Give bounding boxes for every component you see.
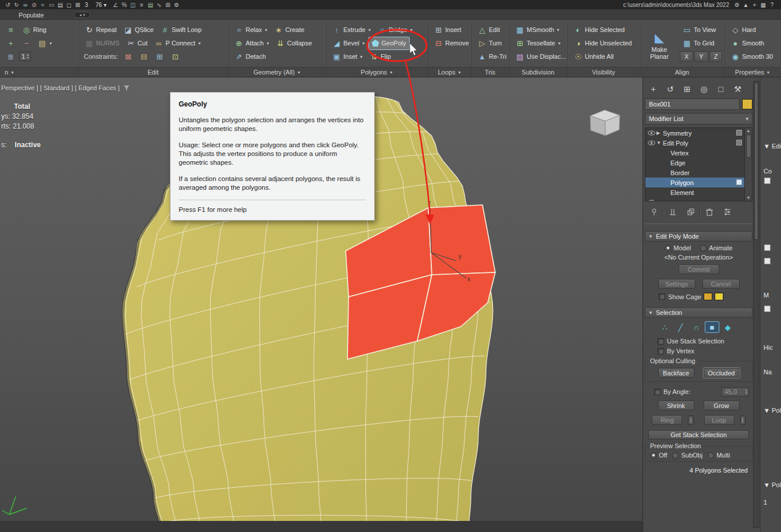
get-stack-selection-button[interactable]: Get Stack Selection (648, 430, 749, 439)
hard-edges-button[interactable]: ◇Hard (728, 24, 759, 36)
view-cube[interactable] (590, 110, 620, 136)
stack-row-edit-poly[interactable]: ▼Edit Poly (645, 138, 752, 148)
angle-spinner[interactable]: 45,0▴▾ (721, 387, 749, 396)
modifier-toggle-box[interactable] (736, 140, 742, 146)
level-value-spinner[interactable]: 1▴▾ (19, 52, 31, 61)
bind-spacewarp-icon[interactable]: ≈ (38, 1, 47, 9)
ring-button[interactable]: Ring (652, 415, 682, 425)
panel-scrollbar[interactable] (753, 81, 759, 528)
show-cage-checkbox[interactable]: Show Cage (659, 293, 701, 300)
panel-scroll-thumb[interactable] (754, 83, 758, 240)
select-link-icon[interactable]: ∞ (21, 1, 30, 9)
align-y-button[interactable]: Y (694, 51, 708, 62)
utilities-tab[interactable]: ⚒ (729, 83, 746, 95)
select-object-icon[interactable]: ▭ (47, 1, 56, 9)
align-icon[interactable]: ≡ (137, 1, 146, 9)
modifier-toggle-box[interactable] (736, 179, 742, 185)
ribbon-group-label-loops[interactable]: Loops▾ (428, 67, 471, 77)
stack-row-edge[interactable]: Edge (645, 158, 752, 168)
ribbon-group-label-geometry-all[interactable]: Geometry (All)▾ (228, 67, 325, 77)
grid-icon[interactable]: ▦ (759, 1, 768, 9)
align-to-grid-button[interactable]: ▦To Grid (680, 37, 717, 49)
tessellate-button[interactable]: ⊞Tessellate▾ (513, 37, 563, 49)
edge-subobject-button[interactable]: ╱ (673, 321, 688, 333)
by-vertex-checkbox[interactable]: By Vertex (658, 347, 694, 354)
visibility-eye-icon[interactable] (648, 130, 656, 136)
nurms-button[interactable]: ▦NURMS (82, 37, 122, 49)
rollout-header-selection[interactable]: ▼ Selection (645, 307, 752, 318)
shrink-button[interactable]: Shrink (658, 400, 694, 410)
loop-spinner[interactable]: ▴▾ (740, 416, 746, 425)
backface-button[interactable]: Backface (658, 368, 694, 378)
stack-scrollbar[interactable]: ▲ ▼ (744, 128, 752, 201)
redo-icon[interactable]: ↻ (12, 1, 21, 9)
grow-button[interactable]: Grow (704, 400, 740, 410)
stack-row-element[interactable]: Element (645, 187, 752, 197)
inset-button[interactable]: ▣Inset▾ (329, 51, 365, 63)
undo-icon[interactable]: ↺ (3, 1, 12, 9)
layer-manager-icon[interactable]: ▤ (146, 1, 155, 9)
preview-subobj-radio[interactable]: SubObj (672, 452, 702, 459)
align-to-view-button[interactable]: ▭To View (680, 24, 719, 36)
stack-row-polygon[interactable]: Polygon (645, 178, 752, 187)
preview-off-radio[interactable]: Off (650, 452, 667, 459)
grow-selection-button[interactable]: + (3, 37, 18, 49)
detach-button[interactable]: ⇗Detach (232, 51, 269, 63)
edit-tris-button[interactable]: △Edit (475, 24, 503, 36)
unhide-all-button[interactable]: ☉Unhide All (571, 51, 617, 63)
viewport-label-text[interactable]: Perspective ] [ Standard ] [ Edged Faces… (1, 84, 120, 91)
ribbon-group-label-polygons[interactable]: Polygons▾ (326, 67, 427, 77)
bridge-button[interactable]: ∩Bridge▾ (375, 24, 416, 36)
msmooth-button[interactable]: ▦MSmooth▾ (513, 24, 562, 36)
constraint-face-button[interactable]: ⊞ (152, 51, 167, 63)
tab-populate[interactable]: Populate (19, 12, 44, 19)
scroll-thumb[interactable] (746, 134, 751, 158)
bevel-button[interactable]: ◢Bevel▾ (329, 37, 368, 49)
percent-snap-icon[interactable]: % (120, 1, 129, 9)
retriangulate-button[interactable]: ▲Re-Tri (475, 51, 509, 63)
stack-row-vertex[interactable]: Vertex (645, 148, 752, 158)
model-radio[interactable]: Model (665, 244, 691, 251)
animate-radio[interactable]: Animate (700, 244, 732, 251)
preview-multi-radio[interactable]: Multi (708, 452, 730, 459)
mirror-icon[interactable]: ◫ (129, 1, 137, 9)
relax-button[interactable]: ≈Relax▾ (232, 24, 270, 36)
hierarchy-tab[interactable]: ⊞ (679, 83, 695, 95)
insert-loop-button[interactable]: ⊞Insert (431, 24, 464, 36)
loop-button[interactable]: Loop (704, 415, 734, 425)
extrude-button[interactable]: ↑Extrude▾ (329, 24, 374, 36)
constraint-normal-button[interactable]: ⊡ (168, 51, 183, 63)
shrink-selection-button[interactable]: − (19, 37, 34, 49)
stack-row-border[interactable]: Border (645, 168, 752, 178)
schematic-view-icon[interactable]: ⊞ (164, 1, 172, 9)
modify-tab[interactable]: ↺ (662, 83, 679, 95)
add-icon[interactable]: + (750, 1, 759, 9)
ring-spinner[interactable]: ▴▾ (688, 416, 693, 425)
perspective-viewport[interactable]: zyx Perspective ] [ Standard ] [ Edged F… (0, 77, 642, 521)
selection-rollup-button[interactable]: ≡ (3, 24, 18, 36)
qslice-button[interactable]: ◪QSlice (120, 24, 156, 36)
vertex-subobject-button[interactable]: ∴ (658, 321, 672, 333)
border-subobject-button[interactable]: ∩ (689, 321, 704, 333)
cage-selected-color-swatch[interactable] (715, 293, 723, 300)
display-tab[interactable]: □ (712, 83, 729, 95)
ribbon-display-toggle[interactable]: ● ▾ (74, 12, 90, 18)
align-x-button[interactable]: X (680, 51, 693, 62)
curve-editor-icon[interactable]: ∿ (155, 1, 164, 9)
pin-stack-button[interactable] (645, 206, 663, 218)
modifier-list-dropdown[interactable]: Modifier List ▾ (645, 113, 752, 125)
use-displacement-button[interactable]: ▨Use Displac... (513, 51, 567, 63)
expand-icon[interactable]: ▼ (656, 140, 663, 146)
modifier-toggle-box[interactable] (736, 130, 742, 136)
ring-button[interactable]: ◎Ring (19, 24, 49, 36)
unlink-icon[interactable]: ⊘ (30, 1, 38, 9)
element-subobject-button[interactable]: ◆ (720, 321, 735, 333)
smooth-30-button[interactable]: ◉Smooth 30 (728, 51, 776, 63)
smooth-edges-button[interactable]: ●Smooth (728, 37, 767, 49)
ribbon-group-label-properties[interactable]: Properties▾ (725, 67, 780, 77)
angle-snap-icon[interactable]: ∠ (111, 1, 120, 9)
object-name-field[interactable]: Box001 (645, 98, 740, 110)
help-icon[interactable]: ? (768, 1, 776, 9)
select-by-name-icon[interactable]: ▤ (56, 1, 65, 9)
create-button[interactable]: ∗Create (271, 24, 307, 36)
